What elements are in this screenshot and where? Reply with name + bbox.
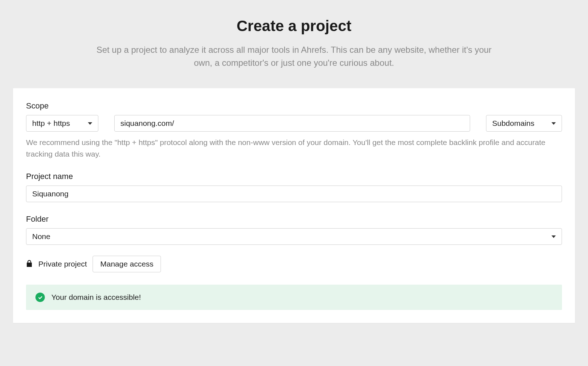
subdomains-selected-value: Subdomains [492, 119, 534, 128]
caret-down-icon [88, 122, 92, 125]
url-input[interactable] [114, 115, 470, 132]
manage-access-button[interactable]: Manage access [93, 256, 161, 272]
status-message: Your domain is accessible! [51, 293, 141, 302]
caret-down-icon [551, 235, 556, 238]
check-circle-icon [35, 293, 45, 302]
folder-label: Folder [26, 214, 562, 224]
page-subtitle: Set up a project to analyze it across al… [95, 43, 493, 69]
protocol-selected-value: http + https [32, 119, 70, 128]
caret-down-icon [551, 122, 556, 125]
project-name-label: Project name [26, 172, 562, 181]
protocol-dropdown[interactable]: http + https [26, 115, 98, 132]
subdomains-dropdown[interactable]: Subdomains [486, 115, 562, 132]
lock-icon [26, 260, 33, 269]
scope-label: Scope [26, 101, 562, 111]
status-banner: Your domain is accessible! [26, 285, 562, 310]
folder-selected-value: None [32, 232, 50, 241]
privacy-label: Private project [38, 260, 87, 268]
scope-help-text: We recommend using the "http + https" pr… [26, 137, 562, 159]
project-name-input[interactable] [26, 186, 562, 202]
project-form-card: Scope http + https Subdomains We recomme… [13, 88, 575, 323]
page-title: Create a project [13, 17, 575, 35]
folder-dropdown[interactable]: None [26, 228, 562, 245]
